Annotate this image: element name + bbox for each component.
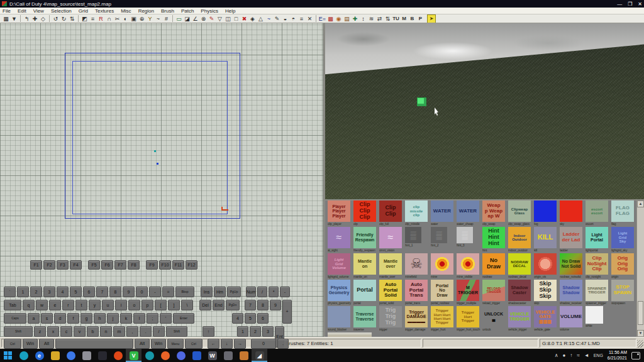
menu-file[interactable]: File [3, 8, 11, 14]
toolbar-icon-38[interactable]: ≡ [297, 15, 306, 23]
toolbar-icon-43[interactable]: ◉ [335, 15, 343, 23]
osk-key-[interactable] [55, 339, 133, 349]
osk-key-2[interactable]: 2 [30, 287, 42, 297]
osk-key-6[interactable]: 6 [83, 287, 95, 297]
texture-trigger_multiple[interactable]: MTRIGGER [457, 280, 479, 301]
texture-indoor_outdoor[interactable]: IndoorOutdoor [508, 227, 531, 248]
toolbar-icon-19[interactable]: Y [146, 15, 154, 23]
menu-brush[interactable]: Brush [161, 8, 174, 14]
osk-key-4[interactable]: 4 [57, 287, 69, 297]
scrollbar-thumb[interactable] [638, 301, 643, 325]
texture-lightportal[interactable]: LightPortal [586, 227, 608, 248]
texture-portal_trans[interactable]: AutoPortalTrans [405, 280, 428, 301]
osk-key-↓[interactable]: ↓ [221, 339, 233, 349]
osk-key-;[interactable]: ; [147, 313, 158, 324]
osk-key-ctrl[interactable]: Ctrl [185, 339, 203, 349]
osk-key-7[interactable]: 7 [96, 287, 108, 297]
osk-key-3[interactable]: 3 [43, 287, 55, 297]
texture-lightgrid_volume[interactable]: LightGridVolume [328, 253, 350, 275]
texture-nodraw_notsolid[interactable]: No DrawNot Solid [560, 253, 582, 275]
toolbar-icon-9[interactable]: ⇅ [68, 15, 76, 23]
texture-white[interactable] [586, 306, 603, 324]
scroll-down-button[interactable]: ▼ [637, 330, 644, 337]
texture-physics_geometry[interactable]: PhysicsGeometry [328, 280, 350, 301]
osk-key-s[interactable]: s [41, 313, 53, 324]
taskbar-app-12[interactable] [189, 349, 204, 362]
taskbar-app-6[interactable] [94, 349, 110, 362]
osk-key-/[interactable]: / [153, 326, 165, 337]
tray-icon-2[interactable]: ● [563, 353, 566, 358]
menu-region[interactable]: Region [138, 8, 154, 14]
toolbar-icon-39[interactable]: ✕ [306, 15, 314, 23]
menu-misc[interactable]: Misc [121, 8, 131, 14]
taskbar-app-1[interactable] [16, 349, 31, 362]
osk-key-c[interactable]: c [60, 326, 72, 337]
toolbar-icon-41[interactable]: E= [318, 15, 326, 23]
texture-mantle_over[interactable]: Mantleover [379, 253, 402, 275]
taskbar-app-15[interactable] [236, 349, 252, 362]
osk-key-a[interactable]: a [28, 313, 40, 324]
osk-key-=[interactable]: = [162, 287, 174, 297]
texture-clip_weap[interactable]: Weapp Weapap W [482, 200, 505, 222]
tray-icon-3[interactable]: ↑ [570, 353, 572, 358]
toolbar-icon-0[interactable]: ▦ [2, 15, 10, 23]
texture-unlock[interactable]: UNLOCK▄ [482, 306, 505, 327]
texture-sky[interactable] [560, 200, 582, 222]
scroll-up-button[interactable]: ▲ [637, 200, 644, 207]
title-bar[interactable]: D:\Call of Duty 4\map_source\test_map2.m… [0, 0, 644, 8]
osk-key-k[interactable]: k [120, 313, 132, 324]
entity-cube[interactable] [417, 97, 426, 106]
toolbar-icon-49[interactable]: ⇅ [384, 15, 392, 23]
osk-key-g[interactable]: g [80, 313, 92, 324]
toolbar-toggle-p[interactable]: P [416, 16, 425, 21]
toolbar-icon-11[interactable]: ◩ [80, 15, 89, 23]
osk-key-`[interactable]: ` [4, 287, 16, 297]
texture-sound_blocker[interactable] [328, 306, 350, 327]
texture-spawner_trigger[interactable]: SPAWNERTRIGGER [586, 280, 608, 301]
notification-center-icon[interactable] [631, 352, 640, 359]
texture-mine[interactable] [431, 253, 453, 275]
toolbar-toggle-tu[interactable]: TU [392, 16, 400, 21]
osk-key-i[interactable]: i [115, 300, 127, 310]
osk-key-*[interactable]: * [269, 287, 279, 297]
toolbar-icon-15[interactable]: ✂ [113, 15, 121, 23]
texture-swatch[interactable] [328, 332, 372, 337]
toolbar-icon-27[interactable]: ✎ [208, 15, 216, 23]
texture-clip_missile[interactable]: clipmissileclip [405, 200, 428, 222]
texture-origin[interactable]: OrigOrigOrig [611, 253, 634, 275]
resize-grip[interactable] [637, 340, 643, 348]
osk-key-pgup[interactable]: PgUp [227, 287, 241, 297]
osk-key-hm[interactable]: Hm [214, 287, 226, 297]
3d-camera-viewport[interactable] [325, 23, 644, 199]
menu-view[interactable]: View [33, 8, 44, 14]
toolbar-icon-12[interactable]: ≡ [89, 15, 97, 23]
osk-key-8[interactable]: 8 [257, 300, 269, 310]
osk-key-f3[interactable]: F3 [57, 260, 69, 270]
osk-key-p[interactable]: p [142, 300, 153, 310]
taskbar-app-4[interactable] [63, 349, 79, 362]
toolbar-icon-45[interactable]: ✚ [351, 15, 359, 23]
osk-key-.[interactable]: . [140, 326, 152, 337]
osk-key-shift[interactable]: Shift [166, 326, 187, 337]
osk-key-2[interactable]: 2 [250, 326, 261, 337]
start-button[interactable] [0, 349, 16, 362]
texture-nodraw[interactable]: NoDraw [482, 253, 505, 275]
osk-key-l[interactable]: l [133, 313, 145, 324]
menu-help[interactable]: Help [225, 8, 235, 14]
texture-lightgrid_sky[interactable]: LightGridSky [611, 227, 634, 248]
osk-key-9[interactable]: 9 [270, 300, 281, 310]
toolbar-icon-1[interactable]: ▼ [10, 15, 18, 23]
osk-key-alt[interactable]: Alt [39, 339, 54, 349]
taskbar-app-10[interactable] [157, 349, 173, 362]
taskbar-app-13[interactable]: W [204, 349, 220, 362]
toolbar-cursor-icon[interactable]: ➤ [427, 14, 436, 23]
osk-key-bksp[interactable]: Bksp [175, 287, 194, 297]
osk-key-f4[interactable]: F4 [70, 260, 82, 270]
texture-shadowcaster[interactable]: ShadowCaster [508, 280, 531, 301]
osk-key-→[interactable]: → [234, 339, 246, 349]
osk-key-h[interactable]: h [94, 313, 106, 324]
osk-key-f1[interactable]: F1 [30, 260, 42, 270]
menu-patch[interactable]: Patch [181, 8, 194, 14]
toolbar-icon-35[interactable]: ✎ [273, 15, 281, 23]
toolbar-icon-36[interactable]: ◒ [281, 15, 289, 23]
